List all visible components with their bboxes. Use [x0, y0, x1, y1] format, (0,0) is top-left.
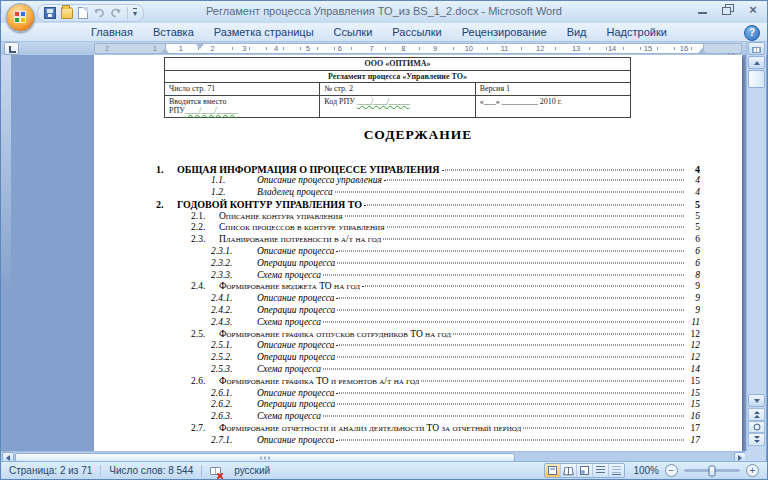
- toc-entry-page: 8: [686, 270, 700, 282]
- outline-icon: [596, 466, 605, 475]
- toc-dot-leader: [337, 310, 684, 311]
- full-screen-reading-view-button[interactable]: [561, 464, 577, 477]
- toc-dot-leader: [453, 333, 684, 334]
- toc-dot-leader: [323, 321, 684, 322]
- ruler-number: 1: [178, 44, 184, 53]
- toc-entry[interactable]: 2.5. Формирование графика отпусков сотру…: [156, 329, 700, 341]
- print-layout-view-button[interactable]: [545, 464, 561, 477]
- word-count[interactable]: Число слов: 8 544: [101, 465, 201, 476]
- toc-entry[interactable]: 2. ГОДОВОЙ КОНТУР УПРАВЛЕНИЯ ТО 5: [156, 199, 700, 211]
- page-indicator[interactable]: Страница: 2 из 71: [1, 465, 100, 476]
- toc-entry-title: Схема процесса: [257, 270, 321, 282]
- horizontal-ruler[interactable]: 12345678910111213141516 21 18: [94, 43, 742, 54]
- help-button[interactable]: ?: [744, 25, 760, 41]
- toc-entry[interactable]: 2.4.1. Описание процесса 9: [156, 293, 700, 305]
- ruler-toggle-button[interactable]: [748, 42, 765, 55]
- header-company: ООО «ОПТИМА»: [165, 58, 631, 71]
- toc-entry[interactable]: 2.3. Планирование потребности в а/т на г…: [156, 234, 700, 246]
- toc-entry-title: Схема процесса: [257, 364, 321, 376]
- toc-entry-title: Список процессов в контуре управления: [219, 222, 385, 234]
- first-line-indent-marker[interactable]: [196, 44, 204, 49]
- toc-entry[interactable]: 2.6.2. Операции процесса 15: [156, 399, 700, 411]
- close-button[interactable]: ×: [745, 4, 761, 15]
- zoom-out-button[interactable]: −: [665, 464, 678, 477]
- toc-entry-page: 12: [686, 329, 700, 341]
- ribbon-tab[interactable]: Надстройки: [597, 24, 677, 41]
- toc-entry-number: 2.3.1.: [211, 246, 257, 258]
- ribbon-tab[interactable]: Главная: [81, 24, 143, 41]
- toc-dot-leader: [337, 404, 684, 405]
- toc-entry[interactable]: 2.5.1. Описание процесса 12: [156, 340, 700, 352]
- vertical-scroll-thumb[interactable]: [748, 70, 765, 88]
- toc-entry-number: 1.1.: [211, 175, 257, 187]
- office-button[interactable]: [6, 3, 35, 32]
- toc-entry-page: 4: [686, 175, 700, 187]
- toc-entry-page: 16: [686, 411, 700, 423]
- scroll-up-button[interactable]: [748, 56, 765, 69]
- toc-entry-number: 2.3.2.: [211, 258, 257, 270]
- ribbon-tab[interactable]: Разметка страницы: [204, 24, 324, 41]
- toc-entry[interactable]: 2.6.3. Схема процесса 16: [156, 411, 700, 423]
- toc-entry-number: 1.2.: [211, 187, 257, 199]
- draft-view-button[interactable]: [609, 464, 624, 477]
- toc-entry[interactable]: 2.6.1. Описание процесса 15: [156, 388, 700, 400]
- toc-entry[interactable]: 2.6. Формирование графика ТО и ремонтов …: [156, 376, 700, 388]
- outline-view-button[interactable]: [593, 464, 609, 477]
- toc-dot-leader: [336, 439, 684, 440]
- toc-entry[interactable]: 2.3.1. Описание процесса 6: [156, 246, 700, 258]
- status-bar-right: 100% − +: [544, 463, 767, 478]
- zoom-slider[interactable]: [684, 469, 740, 472]
- toc-entry[interactable]: 1. ОБЩАЯ ИНФОРМАЦИЯ О ПРОЦЕССЕ УПРАВЛЕНИ…: [156, 164, 700, 176]
- right-indent-marker[interactable]: [698, 48, 706, 53]
- toc-entry-title: Формирование графика отпусков сотруднико…: [219, 329, 451, 341]
- scroll-down-button[interactable]: [748, 394, 765, 407]
- right-arrow-icon: [738, 455, 742, 461]
- ribbon-tab[interactable]: Рецензирование: [452, 24, 557, 41]
- minimize-button[interactable]: [695, 4, 711, 15]
- toc-entry[interactable]: 2.3.2. Операции процесса 6: [156, 258, 700, 270]
- toc-entry[interactable]: 2.5.2. Операции процесса 12: [156, 352, 700, 364]
- ribbon-tab[interactable]: Ссылки: [324, 24, 383, 41]
- toc-entry-title: Операции процесса: [257, 399, 335, 411]
- zoom-in-button[interactable]: +: [746, 464, 759, 477]
- toc-entry-number: 1.: [156, 164, 177, 176]
- toc-entry[interactable]: 2.2. Список процессов в контуре управлен…: [156, 222, 700, 234]
- left-indent-marker[interactable]: [161, 48, 169, 53]
- toc-entry[interactable]: 2.4. Формирование бюджета ТО на год 9: [156, 281, 700, 293]
- web-page-icon: [580, 466, 589, 475]
- toc-entry[interactable]: 1.1. Описание процесса управления 4: [156, 175, 700, 187]
- tab-stop-selector-button[interactable]: [4, 42, 19, 55]
- language-indicator[interactable]: русский: [226, 465, 278, 476]
- toc-entry-page: 9: [686, 305, 700, 317]
- toc-entry[interactable]: 2.4.3. Схема процесса 11: [156, 317, 700, 329]
- ribbon-tab[interactable]: Вставка: [143, 24, 204, 41]
- toc-entry[interactable]: 2.7.1. Описание процесса 17: [156, 435, 700, 447]
- select-browse-object-button[interactable]: [748, 421, 765, 433]
- toc-entry[interactable]: 2.1. Описание контура управления 5: [156, 211, 700, 223]
- toc-entry-title: Описание процесса управления: [257, 175, 382, 187]
- toc-entry[interactable]: 2.3.3. Схема процесса 8: [156, 270, 700, 282]
- web-layout-view-button[interactable]: [577, 464, 593, 477]
- ribbon-tab[interactable]: Рассылки: [382, 24, 451, 41]
- restore-button[interactable]: [720, 4, 736, 15]
- zoom-slider-thumb[interactable]: [709, 465, 716, 476]
- header-page-number: № стр. 2: [320, 83, 475, 96]
- toc-entry[interactable]: 2.5.3. Схема процесса 14: [156, 364, 700, 376]
- toc-entry-title: Владелец процесса: [257, 187, 333, 199]
- next-page-button[interactable]: [748, 433, 765, 446]
- document-page[interactable]: ООО «ОПТИМА» Регламент процесса «Управле…: [94, 55, 742, 451]
- proofing-errors-icon[interactable]: [210, 465, 224, 477]
- ribbon-tab[interactable]: Вид: [557, 24, 597, 41]
- vertical-scrollbar[interactable]: [746, 42, 766, 463]
- zoom-level[interactable]: 100%: [633, 465, 659, 476]
- toc-entry-page: 17: [686, 423, 700, 435]
- toc-entry-number: 2.7.1.: [211, 435, 257, 447]
- toc-entry-page: 12: [686, 340, 700, 352]
- toc-entry-page: 4: [686, 187, 700, 199]
- toc-entry-number: 2.6.: [191, 376, 219, 388]
- toc-entry[interactable]: 2.4.2. Операции процесса 9: [156, 305, 700, 317]
- window-controls: ×: [695, 4, 761, 15]
- previous-page-button[interactable]: [748, 408, 765, 421]
- toc-entry[interactable]: 2.7. Формирование отчетности и анализ де…: [156, 423, 700, 435]
- toc-entry[interactable]: 1.2. Владелец процесса 4: [156, 187, 700, 199]
